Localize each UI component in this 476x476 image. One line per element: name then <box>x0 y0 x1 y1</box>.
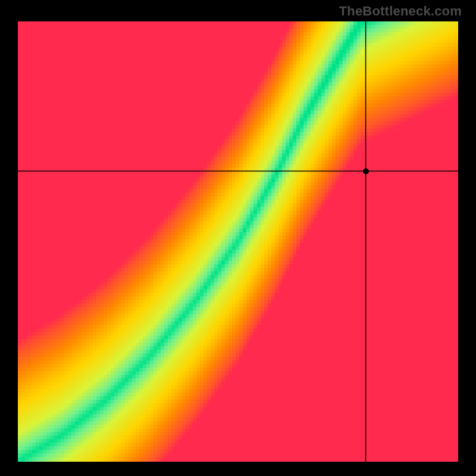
marker-dot <box>363 168 369 174</box>
crosshair-overlay <box>18 21 458 462</box>
heatmap-plot <box>18 21 458 462</box>
watermark-text: TheBottleneck.com <box>339 4 462 19</box>
chart-frame: TheBottleneck.com <box>0 0 476 476</box>
